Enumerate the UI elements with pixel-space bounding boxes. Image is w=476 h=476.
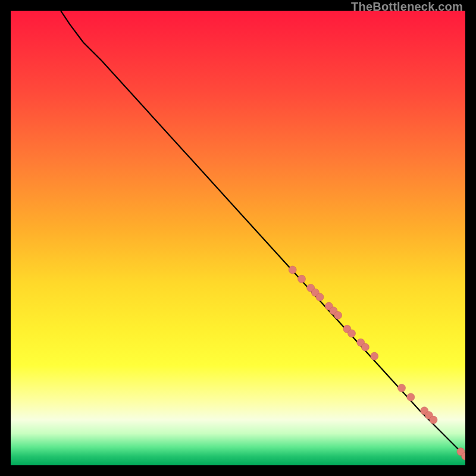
data-point [298,275,306,283]
chart-stage: TheBottleneck.com [0,0,476,476]
data-point [289,266,296,274]
data-point [371,352,378,360]
data-point [334,311,342,319]
data-point [316,293,324,301]
plot-area [11,11,465,465]
data-point [361,343,369,351]
data-point [430,416,437,424]
data-point [407,393,415,401]
data-point [398,384,406,392]
data-point [348,330,356,337]
chart-svg [11,11,465,465]
